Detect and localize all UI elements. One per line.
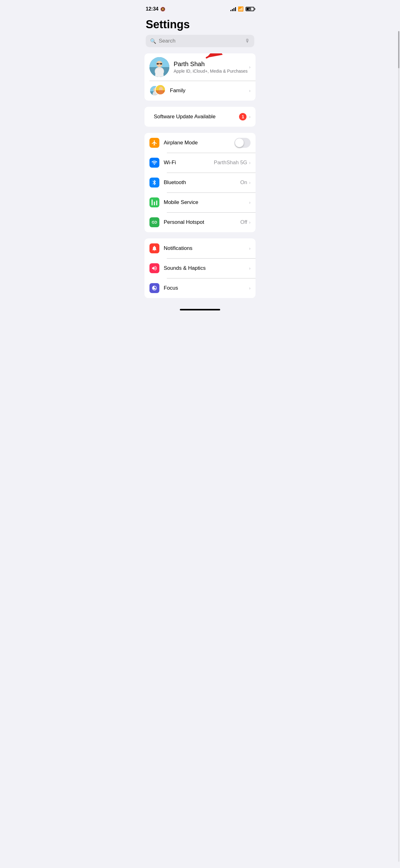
focus-chevron: › [249, 286, 251, 290]
mobile-service-label: Mobile Service [164, 199, 249, 206]
mobile-service-chevron: › [249, 200, 251, 205]
status-time: 12:34 [146, 6, 159, 12]
sounds-haptics-row[interactable]: Sounds & Haptics › [144, 258, 256, 278]
airplane-mode-label: Airplane Mode [164, 140, 234, 146]
focus-icon [149, 283, 159, 293]
family-avatars [149, 85, 166, 97]
software-update-label: Software Update Available [154, 114, 239, 120]
battery-level: 60 [249, 8, 252, 10]
mute-icon: 🔕 [160, 7, 165, 11]
wifi-status-icon: 📶 [238, 6, 244, 12]
personal-hotspot-chevron: › [249, 220, 251, 225]
notifications-chevron: › [249, 246, 251, 251]
wifi-icon [149, 158, 159, 168]
profile-info: Parth Shah Apple ID, iCloud+, Media & Pu… [174, 61, 249, 73]
mobile-service-icon [149, 197, 159, 207]
avatar [149, 57, 169, 77]
profile-section: Parth Shah Apple ID, iCloud+, Media & Pu… [144, 53, 256, 101]
page-title: Settings [139, 16, 261, 35]
bluetooth-label: Bluetooth [164, 180, 240, 186]
bluetooth-chevron: › [249, 180, 251, 185]
focus-row[interactable]: Focus › [144, 278, 256, 298]
svg-rect-3 [157, 63, 159, 65]
search-input[interactable] [159, 38, 242, 44]
personal-hotspot-value: Off [240, 219, 247, 225]
personal-hotspot-label: Personal Hotspot [164, 219, 240, 225]
sounds-haptics-label: Sounds & Haptics [164, 265, 249, 271]
software-update-section: Software Update Available 1 › [144, 107, 256, 127]
search-icon: 🔍 [150, 38, 156, 44]
family-label: Family [170, 88, 249, 94]
svg-rect-4 [160, 63, 162, 65]
profile-name: Parth Shah [174, 61, 249, 68]
wifi-row[interactable]: Wi-Fi ParthShah 5G › [144, 153, 256, 173]
sounds-haptics-icon [149, 263, 159, 273]
sounds-haptics-chevron: › [249, 266, 251, 271]
update-chevron: › [249, 114, 251, 119]
bluetooth-icon [149, 178, 159, 187]
general-section: Notifications › Sounds & Haptics › Focus… [144, 239, 256, 298]
wifi-chevron: › [249, 160, 251, 165]
airplane-mode-row[interactable]: Airplane Mode [144, 133, 256, 153]
home-bar [180, 309, 220, 310]
airplane-mode-toggle[interactable] [234, 138, 251, 148]
bluetooth-value: On [240, 180, 247, 186]
mobile-service-row[interactable]: Mobile Service › [144, 192, 256, 212]
profile-chevron: › [249, 65, 251, 69]
focus-label: Focus [164, 285, 249, 291]
notifications-label: Notifications [164, 245, 249, 251]
search-bar[interactable]: 🔍 🎙 [146, 35, 254, 47]
status-indicators: 📶 60 [230, 6, 254, 12]
airplane-mode-icon [149, 138, 159, 148]
wifi-value: ParthShah 5G [214, 160, 247, 166]
battery-icon: 60 [245, 7, 254, 11]
software-update-row[interactable]: Software Update Available 1 › [144, 107, 256, 127]
status-time-group: 12:34 🔕 [146, 6, 165, 12]
family-row[interactable]: Family › [144, 81, 256, 101]
update-badge: 1 [239, 113, 246, 120]
personal-hotspot-icon [149, 217, 159, 227]
personal-hotspot-row[interactable]: Personal Hotspot Off › [144, 212, 256, 232]
signal-icon [230, 7, 236, 11]
notifications-row[interactable]: Notifications › [144, 239, 256, 258]
profile-subtitle: Apple ID, iCloud+, Media & Purchases [174, 69, 249, 73]
bluetooth-row[interactable]: Bluetooth On › [144, 173, 256, 192]
microphone-icon[interactable]: 🎙 [245, 38, 250, 44]
family-avatar-2 [155, 85, 166, 95]
notifications-icon [149, 243, 159, 253]
home-indicator [139, 304, 261, 315]
connectivity-section: Airplane Mode Wi-Fi ParthShah 5G › Bluet… [144, 133, 256, 232]
status-bar: 12:34 🔕 📶 60 [139, 0, 261, 16]
family-chevron: › [249, 88, 251, 93]
profile-row[interactable]: Parth Shah Apple ID, iCloud+, Media & Pu… [144, 53, 256, 81]
wifi-label: Wi-Fi [164, 160, 214, 166]
